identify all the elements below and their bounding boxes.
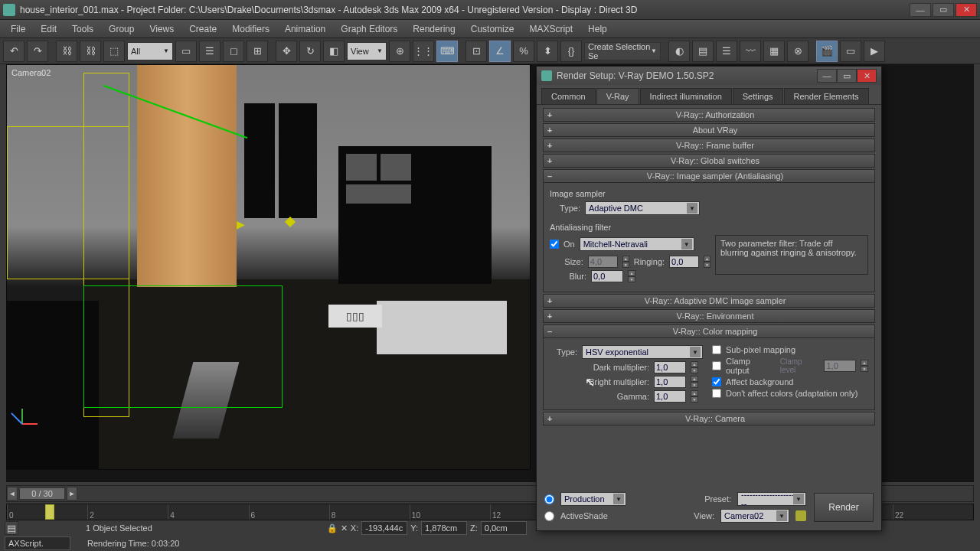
tab-vray[interactable]: V-Ray — [596, 88, 639, 104]
keyboard-shortcut-button[interactable]: ⌨ — [436, 41, 458, 62]
spinner-snap-button[interactable]: ⬍ — [537, 41, 558, 62]
pivot-button[interactable]: ⊕ — [389, 41, 410, 62]
window-maximize[interactable]: ▭ — [933, 3, 954, 17]
rollout-colormapping[interactable]: –V-Ray:: Color mapping — [543, 324, 875, 338]
redo-button[interactable]: ↷ — [27, 41, 48, 62]
material-editor-button[interactable]: ⊗ — [787, 41, 808, 62]
angle-snap-button[interactable]: ∠ — [489, 41, 511, 62]
unlink-button[interactable]: ⛓ — [80, 41, 101, 62]
ringing-spin-buttons[interactable]: ▲▼ — [704, 256, 710, 268]
menu-maxscript[interactable]: MAXScript — [521, 22, 580, 36]
link-button[interactable]: ⛓ — [56, 41, 77, 62]
activeshade-radio[interactable] — [544, 511, 554, 521]
scale-button[interactable]: ◧ — [323, 41, 345, 62]
manipulator-button[interactable]: ⋮⋮ — [413, 41, 434, 62]
size-spinner[interactable]: 4,0 — [588, 256, 618, 268]
timeline-next-button[interactable]: ► — [67, 487, 77, 500]
dialog-body[interactable]: +V-Ray:: Authorization +About VRay +V-Ra… — [537, 105, 881, 486]
schematic-button[interactable]: ▦ — [763, 41, 785, 62]
size-spin-buttons[interactable]: ▲▼ — [622, 256, 629, 268]
aa-filter-dropdown[interactable]: Mitchell-Netravali▼ — [580, 237, 694, 251]
align-button[interactable]: ▤ — [692, 41, 714, 62]
timeline-position[interactable]: 0 / 30 — [19, 487, 65, 500]
rollout-environment[interactable]: +V-Ray:: Environment — [543, 309, 875, 323]
view-lock-icon[interactable] — [795, 510, 806, 521]
menu-create[interactable]: Create — [181, 22, 224, 36]
production-dropdown[interactable]: Production▼ — [560, 492, 626, 506]
tab-common[interactable]: Common — [541, 88, 596, 104]
bind-button[interactable]: ⬚ — [103, 41, 125, 62]
curve-editor-button[interactable]: 〰 — [740, 41, 761, 62]
undo-button[interactable]: ↶ — [3, 41, 24, 62]
sampler-type-dropdown[interactable]: Adaptive DMC▼ — [585, 201, 700, 215]
view-dropdown[interactable]: Camera02▼ — [720, 509, 789, 523]
select-rectangle-button[interactable]: ◻ — [223, 41, 244, 62]
menu-group[interactable]: Group — [101, 22, 142, 36]
dialog-close-button[interactable]: ✕ — [857, 69, 877, 83]
menu-edit[interactable]: Edit — [33, 22, 64, 36]
layers-button[interactable]: ☰ — [716, 41, 737, 62]
lock-icon[interactable]: 🔒 — [327, 523, 338, 533]
rendered-frame-button[interactable]: ▭ — [840, 41, 861, 62]
ringing-spinner[interactable]: 0,0 — [669, 256, 699, 268]
render-button[interactable]: Render — [814, 493, 874, 522]
select-object-button[interactable]: ▭ — [175, 41, 197, 62]
rollout-camera[interactable]: +V-Ray:: Camera — [543, 412, 875, 425]
percent-snap-button[interactable]: % — [513, 41, 534, 62]
viewport-camera[interactable]: Camera02 ▯▯▯ ▶ — [6, 64, 531, 470]
dialog-minimize-button[interactable]: — — [817, 69, 837, 83]
dont-affect-checkbox[interactable] — [712, 389, 721, 398]
preset-dropdown[interactable]: -----------------------▼ — [737, 492, 806, 506]
menu-animation[interactable]: Animation — [277, 22, 333, 36]
cm-type-dropdown[interactable]: HSV exponential▼ — [582, 345, 703, 359]
gamma-spinner[interactable]: 1,0 — [654, 390, 686, 403]
aa-filter-on-checkbox[interactable] — [550, 240, 559, 249]
rollout-adaptive[interactable]: +V-Ray:: Adaptive DMC image sampler — [543, 294, 875, 308]
coord-z-input[interactable] — [481, 521, 527, 535]
maxscript-listener-input[interactable] — [5, 536, 70, 550]
mirror-button[interactable]: ◐ — [668, 41, 690, 62]
dark-spin-buttons[interactable]: ▲▼ — [691, 361, 698, 373]
menu-customize[interactable]: Customize — [463, 22, 522, 36]
clamp-checkbox[interactable] — [712, 361, 721, 370]
production-radio[interactable] — [544, 494, 554, 504]
rollout-authorization[interactable]: +V-Ray:: Authorization — [543, 108, 875, 122]
blur-spin-buttons[interactable]: ▲▼ — [628, 270, 635, 282]
menu-tools[interactable]: Tools — [64, 22, 101, 36]
window-crossing-button[interactable]: ⊞ — [247, 41, 268, 62]
render-button[interactable]: ▶ — [864, 41, 885, 62]
dark-mult-spinner[interactable]: 1,0 — [654, 361, 686, 373]
maxscript-toggle-button[interactable]: ▤ — [5, 521, 18, 535]
dialog-maximize-button[interactable]: ▭ — [837, 69, 857, 83]
menu-grapheditors[interactable]: Graph Editors — [333, 22, 405, 36]
render-setup-button[interactable]: 🎬 — [816, 41, 838, 62]
tab-render-elements[interactable]: Render Elements — [784, 88, 869, 104]
subpixel-checkbox[interactable] — [712, 345, 721, 354]
select-name-button[interactable]: ☰ — [199, 41, 220, 62]
blur-spinner[interactable]: 0,0 — [591, 270, 623, 282]
coord-x-input[interactable] — [361, 521, 407, 535]
coord-system-dropdown[interactable]: View▼ — [347, 42, 387, 60]
rollout-framebuffer[interactable]: +V-Ray:: Frame buffer — [543, 139, 875, 152]
menu-rendering[interactable]: Rendering — [405, 22, 462, 36]
tab-indirect[interactable]: Indirect illumination — [640, 88, 732, 104]
dialog-titlebar[interactable]: Render Setup: V-Ray DEMO 1.50.SP2 — ▭ ✕ — [537, 67, 881, 85]
rotate-button[interactable]: ↻ — [299, 41, 321, 62]
menu-modifiers[interactable]: Modifiers — [224, 22, 277, 36]
window-close[interactable]: ✕ — [956, 3, 977, 17]
bright-spin-buttons[interactable]: ▲▼ — [691, 376, 698, 388]
timeline-marker[interactable] — [45, 504, 54, 520]
bright-mult-spinner[interactable]: 1,0 — [654, 376, 686, 388]
gamma-spin-buttons[interactable]: ▲▼ — [691, 390, 698, 403]
selection-filter-dropdown[interactable]: All▼ — [127, 42, 173, 60]
rollout-imagesampler[interactable]: –V-Ray:: Image sampler (Antialiasing) — [543, 169, 875, 183]
move-button[interactable]: ✥ — [276, 41, 297, 62]
rollout-about[interactable]: +About VRay — [543, 123, 875, 137]
snap-button[interactable]: ⊡ — [466, 41, 487, 62]
edit-named-button[interactable]: {} — [560, 41, 582, 62]
menu-file[interactable]: File — [3, 22, 33, 36]
timeline-prev-button[interactable]: ◄ — [7, 487, 18, 500]
menu-help[interactable]: Help — [580, 22, 615, 36]
tab-settings[interactable]: Settings — [733, 88, 783, 104]
named-selection-dropdown[interactable]: Create Selection Se▼ — [584, 42, 661, 60]
